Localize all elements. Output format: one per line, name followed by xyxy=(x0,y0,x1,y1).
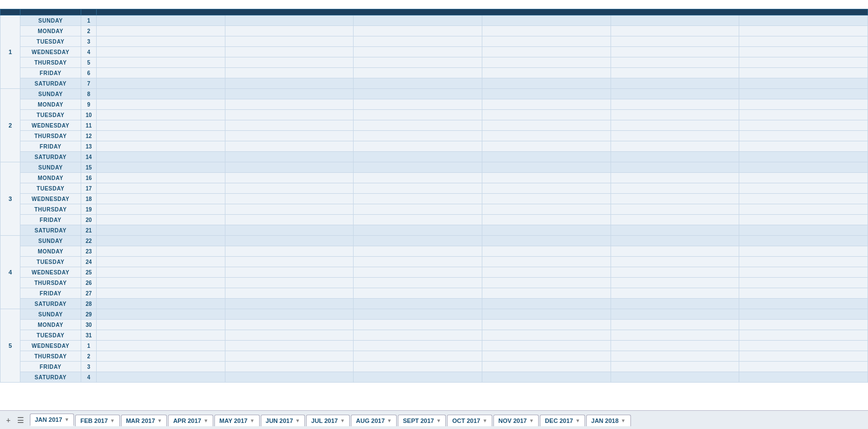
data-cell[interactable] xyxy=(354,152,482,162)
table-row[interactable]: 3SUNDAY15 xyxy=(1,162,868,173)
data-cell[interactable] xyxy=(611,372,739,383)
data-cell[interactable] xyxy=(225,15,354,26)
data-cell[interactable] xyxy=(482,47,611,57)
data-cell[interactable] xyxy=(354,162,482,173)
data-cell[interactable] xyxy=(739,309,868,320)
data-cell[interactable] xyxy=(97,89,225,99)
data-cell[interactable] xyxy=(225,89,354,99)
data-cell[interactable] xyxy=(739,362,868,372)
add-sheet-icon[interactable]: + xyxy=(3,415,13,425)
sheet-tab[interactable]: DEC 2017▼ xyxy=(540,415,585,426)
data-cell[interactable] xyxy=(225,78,354,89)
data-cell[interactable] xyxy=(225,330,354,341)
table-row[interactable]: WEDNESDAY25 xyxy=(1,267,868,278)
data-cell[interactable] xyxy=(482,330,611,341)
data-cell[interactable] xyxy=(354,173,482,183)
table-row[interactable]: MONDAY2 xyxy=(1,26,868,36)
table-row[interactable]: MONDAY23 xyxy=(1,246,868,257)
table-row[interactable]: WEDNESDAY18 xyxy=(1,194,868,204)
table-row[interactable]: THURSDAY19 xyxy=(1,204,868,215)
data-cell[interactable] xyxy=(354,351,482,362)
data-cell[interactable] xyxy=(354,225,482,236)
sheet-tab[interactable]: JUL 2017▼ xyxy=(306,415,350,426)
table-row[interactable]: 5SUNDAY29 xyxy=(1,309,868,320)
data-cell[interactable] xyxy=(739,141,868,152)
data-cell[interactable] xyxy=(739,351,868,362)
data-cell[interactable] xyxy=(611,152,739,162)
data-cell[interactable] xyxy=(225,372,354,383)
data-cell[interactable] xyxy=(739,57,868,68)
table-row[interactable]: SATURDAY4 xyxy=(1,372,868,383)
data-cell[interactable] xyxy=(739,278,868,288)
data-cell[interactable] xyxy=(739,47,868,57)
data-cell[interactable] xyxy=(354,68,482,78)
data-cell[interactable] xyxy=(354,141,482,152)
data-cell[interactable] xyxy=(97,99,225,110)
data-cell[interactable] xyxy=(482,278,611,288)
sheet-tab[interactable]: FEB 2017▼ xyxy=(75,415,119,426)
data-cell[interactable] xyxy=(611,351,739,362)
data-cell[interactable] xyxy=(482,225,611,236)
table-row[interactable]: MONDAY30 xyxy=(1,320,868,330)
data-cell[interactable] xyxy=(225,173,354,183)
data-cell[interactable] xyxy=(739,89,868,99)
data-cell[interactable] xyxy=(97,236,225,246)
data-cell[interactable] xyxy=(611,173,739,183)
data-cell[interactable] xyxy=(354,36,482,47)
data-cell[interactable] xyxy=(611,204,739,215)
data-cell[interactable] xyxy=(97,141,225,152)
data-cell[interactable] xyxy=(97,299,225,309)
data-cell[interactable] xyxy=(225,320,354,330)
data-cell[interactable] xyxy=(225,288,354,299)
data-cell[interactable] xyxy=(225,110,354,120)
data-cell[interactable] xyxy=(611,320,739,330)
data-cell[interactable] xyxy=(482,162,611,173)
sheet-tab[interactable]: JAN 2018▼ xyxy=(586,415,630,426)
data-cell[interactable] xyxy=(482,36,611,47)
data-cell[interactable] xyxy=(611,131,739,141)
table-row[interactable]: FRIDAY6 xyxy=(1,68,868,78)
data-cell[interactable] xyxy=(97,288,225,299)
sheet-tab[interactable]: SEPT 2017▼ xyxy=(398,415,446,426)
data-cell[interactable] xyxy=(482,309,611,320)
data-cell[interactable] xyxy=(611,78,739,89)
data-cell[interactable] xyxy=(354,47,482,57)
data-cell[interactable] xyxy=(739,320,868,330)
data-cell[interactable] xyxy=(354,15,482,26)
table-row[interactable]: WEDNESDAY1 xyxy=(1,341,868,351)
data-cell[interactable] xyxy=(97,68,225,78)
data-cell[interactable] xyxy=(97,47,225,57)
data-cell[interactable] xyxy=(482,351,611,362)
data-cell[interactable] xyxy=(611,68,739,78)
data-cell[interactable] xyxy=(482,257,611,267)
data-cell[interactable] xyxy=(225,204,354,215)
data-cell[interactable] xyxy=(482,362,611,372)
table-row[interactable]: WEDNESDAY4 xyxy=(1,47,868,57)
data-cell[interactable] xyxy=(739,173,868,183)
data-cell[interactable] xyxy=(354,278,482,288)
table-row[interactable]: FRIDAY20 xyxy=(1,215,868,225)
data-cell[interactable] xyxy=(225,246,354,257)
data-cell[interactable] xyxy=(225,26,354,36)
data-cell[interactable] xyxy=(482,99,611,110)
data-cell[interactable] xyxy=(611,278,739,288)
data-cell[interactable] xyxy=(354,362,482,372)
data-cell[interactable] xyxy=(354,131,482,141)
data-cell[interactable] xyxy=(739,372,868,383)
sheet-tab[interactable]: OCT 2017▼ xyxy=(447,415,492,426)
data-cell[interactable] xyxy=(97,267,225,278)
data-cell[interactable] xyxy=(611,267,739,278)
data-cell[interactable] xyxy=(482,152,611,162)
sheet-menu-icon[interactable]: ☰ xyxy=(15,415,25,425)
data-cell[interactable] xyxy=(354,330,482,341)
data-cell[interactable] xyxy=(225,141,354,152)
data-cell[interactable] xyxy=(225,278,354,288)
table-row[interactable]: THURSDAY26 xyxy=(1,278,868,288)
data-cell[interactable] xyxy=(482,341,611,351)
data-cell[interactable] xyxy=(482,89,611,99)
data-cell[interactable] xyxy=(97,194,225,204)
data-cell[interactable] xyxy=(611,246,739,257)
table-row[interactable]: SATURDAY21 xyxy=(1,225,868,236)
data-cell[interactable] xyxy=(611,225,739,236)
data-cell[interactable] xyxy=(482,183,611,194)
